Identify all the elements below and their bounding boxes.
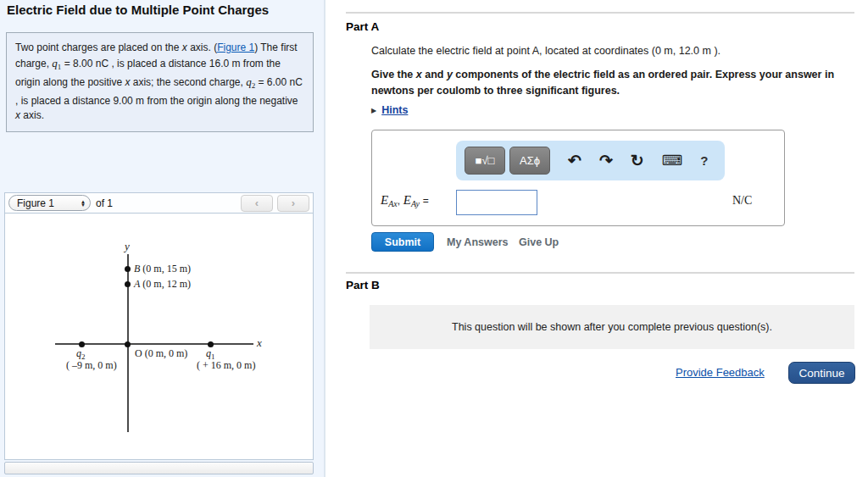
next-figure-button[interactable]: › <box>277 195 309 212</box>
point-B-label: B (0 m, 15 m) <box>134 263 191 275</box>
submit-button[interactable]: Submit <box>371 232 434 252</box>
figure-selector-bar: Figure 1 ▲ ▼ of 1 ‹ › <box>4 192 314 214</box>
reset-icon[interactable]: ↻ <box>631 151 644 170</box>
figure-select[interactable]: Figure 1 ▲ ▼ <box>8 195 91 211</box>
figure-footer-bar <box>4 462 314 474</box>
chevron-left-icon: ‹ <box>255 197 259 209</box>
keyboard-icon[interactable]: ⌨ <box>662 152 683 169</box>
page: Electric Field due to Multiple Point Cha… <box>0 0 868 477</box>
part-a-divider <box>346 12 854 14</box>
equation-toolbar: ■√□ ΑΣϕ ↶ ↷ ↻ ⌨ ? <box>456 141 725 180</box>
redo-icon[interactable]: ↷ <box>599 151 613 170</box>
part-b-heading: Part B <box>346 279 380 291</box>
part-b-locked-message: This question will be shown after you co… <box>452 321 772 333</box>
hints-row: ▶ Hints <box>371 104 408 116</box>
part-a-heading: Part A <box>346 20 379 33</box>
charge-q2-coords: ( –9 m, 0 m) <box>66 359 117 372</box>
figure-1-link[interactable]: Figure 1 <box>217 42 254 53</box>
x-axis-line <box>55 343 253 345</box>
part-b-divider <box>346 272 854 274</box>
hints-disclosure-icon[interactable]: ▶ <box>371 107 376 114</box>
part-b-locked-message-box: This question will be shown after you co… <box>370 305 854 349</box>
submit-button-label: Submit <box>385 236 420 248</box>
part-a-prompt: Calculate the electric field at point A,… <box>371 45 721 57</box>
answer-label: EAx, EAy = <box>381 193 429 208</box>
page-title: Electric Field due to Multiple Point Cha… <box>7 3 269 17</box>
charge-q1-dot <box>208 341 214 347</box>
origin-label: O (0 m, 0 m) <box>135 347 187 360</box>
figure-nav: ‹ › <box>241 195 309 212</box>
x-axis-label: x <box>257 336 262 350</box>
greek-symbols-icon: ΑΣϕ <box>520 154 540 167</box>
my-answers-link[interactable]: My Answers <box>447 236 508 248</box>
point-A-dot <box>125 281 131 287</box>
chevron-right-icon: › <box>292 197 295 209</box>
point-B-dot <box>125 266 131 272</box>
charge-q2-dot <box>79 341 85 347</box>
hints-link[interactable]: Hints <box>381 104 408 116</box>
problem-statement: Two point charges are placed on the x ax… <box>6 32 314 132</box>
give-up-link[interactable]: Give Up <box>519 236 559 248</box>
figure-select-value: Figure 1 <box>17 197 54 209</box>
figure-diagram: y x B (0 m, 15 m) A (0 m, 12 m) O (0 m, … <box>4 214 314 460</box>
continue-button[interactable]: Continue <box>788 362 855 384</box>
part-a-instruction: Give the x and y components of the elect… <box>371 67 861 99</box>
prev-figure-button[interactable]: ‹ <box>241 195 273 212</box>
point-A-label: A (0 m, 12 m) <box>134 278 191 291</box>
select-spinner-icon: ▲ ▼ <box>81 200 86 207</box>
origin-dot <box>125 341 131 347</box>
problem-text: Two point charges are placed on the <box>15 42 182 53</box>
answer-box: ■√□ ΑΣϕ ↶ ↷ ↻ ⌨ ? EAx, EAy = N/C <box>371 130 785 226</box>
problem-panel: Electric Field due to Multiple Point Cha… <box>0 0 326 477</box>
undo-icon[interactable]: ↶ <box>568 151 581 170</box>
math-templates-button[interactable]: ■√□ <box>465 147 505 175</box>
figure-count-label: of 1 <box>96 197 113 209</box>
math-templates-icon: ■√□ <box>476 154 495 167</box>
provide-feedback-link[interactable]: Provide Feedback <box>676 366 765 379</box>
answer-input[interactable] <box>456 190 537 215</box>
charge-q1-coords: ( + 16 m, 0 m) <box>197 359 255 372</box>
unit-label: N/C <box>732 194 752 208</box>
greek-symbols-button[interactable]: ΑΣϕ <box>509 147 550 175</box>
continue-button-label: Continue <box>798 367 844 380</box>
y-axis-label: y <box>125 240 130 253</box>
help-icon[interactable]: ? <box>700 153 708 168</box>
